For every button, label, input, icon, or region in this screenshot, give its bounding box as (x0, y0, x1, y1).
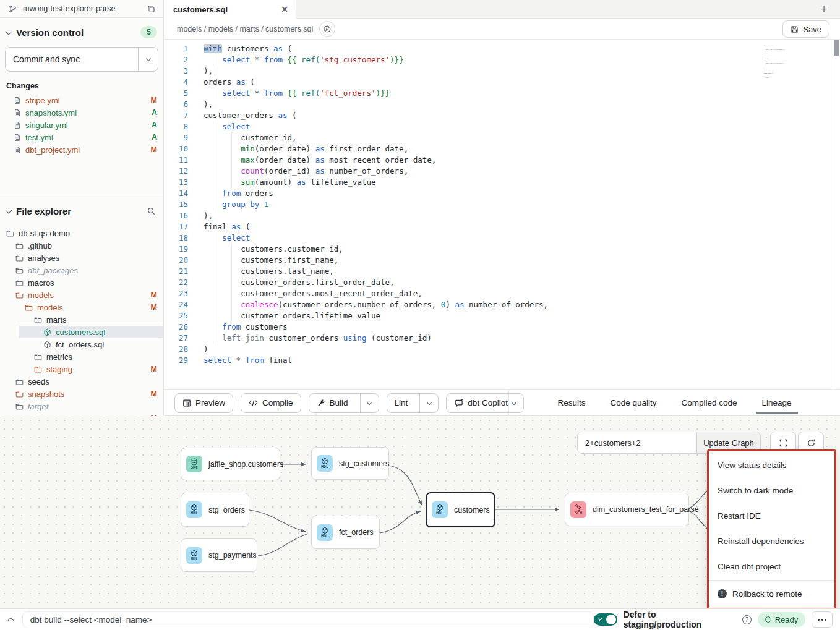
lint-dropdown[interactable] (419, 394, 438, 412)
tab-code-quality[interactable]: Code quality (609, 389, 658, 415)
tree-item-name: models (37, 303, 63, 312)
editor-scrollbar[interactable] (833, 40, 840, 389)
compile-button[interactable]: Compile (241, 393, 301, 413)
new-tab-button[interactable]: + (816, 2, 831, 17)
build-dropdown[interactable] (360, 394, 379, 412)
tree-item-target[interactable]: target (0, 400, 163, 412)
code-text: ), (204, 66, 213, 77)
expand-console-button[interactable] (0, 616, 22, 623)
menu-item-restart-ide[interactable]: Restart IDE (709, 503, 834, 529)
tree-item-seeds[interactable]: seeds (0, 375, 163, 388)
copy-icon[interactable] (145, 2, 157, 15)
code-line: 7 customer_orders as ( (165, 110, 840, 121)
lineage-node-fct-orders[interactable]: MDL fct_orders (311, 516, 380, 549)
line-number: 12 (165, 166, 188, 177)
commit-and-sync-button[interactable]: Commit and sync (5, 47, 158, 72)
change-row[interactable]: singular.yml A (0, 119, 163, 131)
tree-item-snapshots[interactable]: snapshots M (0, 388, 163, 400)
status-badge[interactable]: Ready (758, 612, 806, 627)
tree-item-status: M (151, 389, 157, 398)
tree-item-db-sl-qs-demo[interactable]: db-sl-qs-demo (0, 227, 163, 239)
lineage-node-customers[interactable]: MDL customers (426, 492, 495, 527)
lint-button-group: Lint (387, 393, 439, 413)
menu-item-clean-dbt-project[interactable]: Clean dbt project (709, 554, 834, 579)
lineage-graph[interactable]: SRC jaffle_shop.customers MDL stg_custom… (0, 416, 840, 608)
lineage-node-stg-customers[interactable]: MDL stg_customers (311, 447, 389, 480)
tree-item-staging[interactable]: staging M (0, 363, 163, 375)
tab-customers-sql[interactable]: customers.sql ✕ (165, 0, 296, 19)
defer-toggle[interactable] (594, 613, 617, 626)
line-number: 22 (165, 277, 188, 288)
code-text: ), (204, 210, 213, 221)
code-text: group by 1 (204, 199, 268, 210)
code-minimap[interactable]: with customers as ( select * from {{ ref… (762, 42, 800, 80)
change-row[interactable]: snapshots.yml A (0, 106, 163, 119)
command-input[interactable]: dbt build --select <model_name> (22, 611, 594, 628)
menu-item-view-status-details[interactable]: View status details (709, 453, 834, 478)
scrollbar-thumb[interactable] (834, 40, 839, 56)
save-button[interactable]: Save (782, 20, 829, 38)
lineage-node-jaffle-shop-customers[interactable]: SRC jaffle_shop.customers (181, 448, 280, 480)
code-line: 12 count(order_id) as number_of_orders, (165, 166, 840, 177)
code-line: ), (762, 54, 800, 55)
tab-results[interactable]: Results (556, 389, 586, 415)
lineage-filter-input[interactable] (578, 432, 696, 453)
line-number: 6 (165, 99, 188, 110)
lint-button[interactable]: Lint (387, 394, 416, 412)
change-row[interactable]: test.yml A (0, 131, 163, 143)
code-text: select (764, 77, 769, 79)
code-text: sum(amount) as lifetime_value (204, 177, 375, 188)
folder-icon (15, 390, 24, 398)
file-explorer-header[interactable]: File explorer (0, 197, 163, 222)
tab-lineage[interactable]: Lineage (761, 389, 793, 415)
tree-item-marts[interactable]: marts (0, 313, 163, 326)
tree-item--github[interactable]: .github (0, 239, 163, 252)
build-button[interactable]: Build (309, 394, 356, 412)
file-icon (14, 146, 21, 154)
tree-item-fct-orders-sql[interactable]: fct_orders.sql (0, 338, 163, 351)
folder-icon (15, 378, 24, 386)
menu-item-reinstall-dependencies[interactable]: Reinstall dependencies (709, 529, 834, 554)
lineage-node-stg-orders[interactable]: MDL stg_orders (181, 493, 249, 527)
search-icon[interactable] (145, 205, 157, 217)
compass-icon[interactable] (319, 21, 335, 37)
branch-name[interactable]: mwong-test-explorer-parse (23, 4, 115, 13)
change-row[interactable]: stripe.yml M (0, 94, 163, 106)
change-row[interactable]: dbt_project.yml M (0, 143, 163, 156)
tree-item-models[interactable]: models M (0, 289, 163, 301)
line-number: 15 (165, 199, 188, 210)
close-icon[interactable]: ✕ (281, 5, 288, 14)
line-number: 7 (165, 110, 188, 121)
code-line: 4 orders as ( (165, 77, 840, 88)
lineage-node-stg-payments[interactable]: MDL stg_payments (181, 538, 257, 572)
model-icon: MDL (317, 524, 333, 541)
menu-item-switch-to-dark-mode[interactable]: Switch to dark mode (709, 478, 834, 503)
folder-icon (34, 365, 42, 373)
tree-item-name: metrics (46, 352, 72, 362)
commit-dropdown[interactable] (138, 48, 158, 71)
model-icon (43, 328, 51, 336)
code-text: customers.first_name, (204, 255, 338, 266)
tab-compiled-code[interactable]: Compiled code (680, 389, 738, 415)
tree-item-macros[interactable]: macros (0, 276, 163, 289)
semantic-icon: SEM (570, 501, 586, 518)
code-editor[interactable]: 1 with customers as ( 2 select * from {{… (165, 40, 840, 389)
tree-item-dbt-packages[interactable]: dbt_packages (0, 264, 163, 276)
menu-item-label: Rollback to remote (732, 589, 802, 598)
tree-item-name: customers.sql (56, 328, 105, 337)
tree-item-metrics[interactable]: metrics (0, 351, 163, 363)
tree-item-models[interactable]: models M (0, 301, 163, 313)
tree-item-analyses[interactable]: analyses (0, 252, 163, 264)
lineage-node-dim-customers-test-for-parse[interactable]: SEM dim_customers_test_for_parse (565, 493, 689, 526)
help-icon[interactable]: ? (742, 615, 752, 624)
code-text: select * from {{ ref('fct_orders')}} (764, 63, 784, 64)
chevron-up-icon (8, 618, 14, 624)
version-control-header[interactable]: Version control 5 (0, 18, 163, 42)
tree-item-customers-sql[interactable]: customers.sql (19, 326, 163, 338)
menu-item-rollback-to-remote[interactable]: ! Rollback to remote (709, 581, 834, 607)
change-status-badge: A (152, 133, 157, 142)
preview-button[interactable]: Preview (174, 393, 233, 413)
overflow-menu-button[interactable] (812, 611, 833, 628)
code-line: 5 select * from {{ ref('fct_orders')}} (165, 88, 840, 99)
code-line: 10 min(order_date) as first_order_date, (165, 143, 840, 155)
